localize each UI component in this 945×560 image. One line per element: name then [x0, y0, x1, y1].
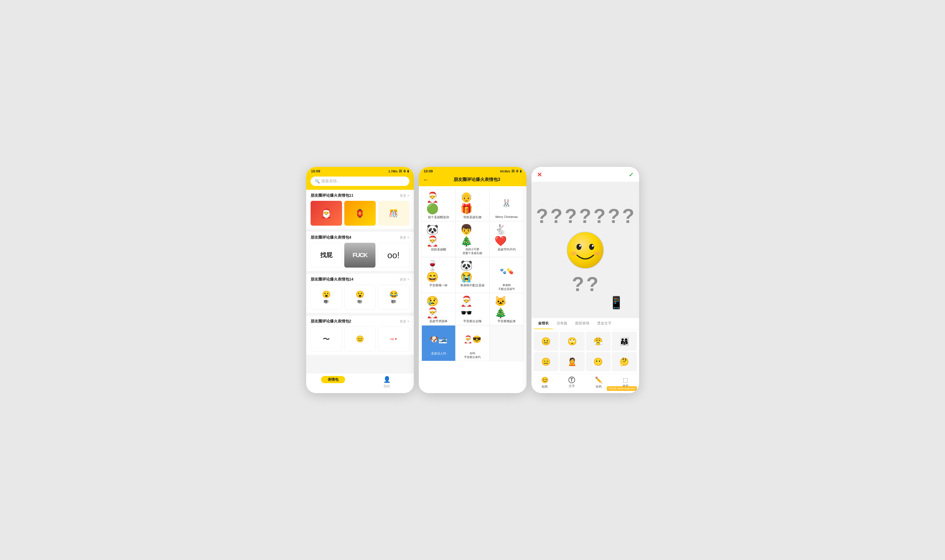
sticker-cell-7[interactable]: 🐼😭 单身狗不配过圣诞	[456, 257, 489, 293]
sticker-thumb-1b[interactable]: 🏮	[344, 201, 376, 226]
sticker-img-0: 🎅🟢	[426, 192, 450, 214]
sticker-thumb-3a[interactable]: 😮噎!	[311, 285, 342, 309]
nav-sticker[interactable]: 表情包	[306, 376, 360, 389]
tab-gold-text[interactable]: 烫金文字	[593, 318, 615, 329]
sticker-cell-2[interactable]: 🐰 Merry Christmas	[489, 189, 523, 221]
small-sticker-5[interactable]: 😑	[533, 352, 559, 371]
sticker-cell-3[interactable]: 🐼🎅 你的圣诞帽	[422, 221, 456, 257]
tab-gold-curator[interactable]: 金馆长	[534, 318, 553, 329]
nav-mine-icon: 👤	[383, 376, 391, 383]
confirm-button[interactable]: ✓	[629, 171, 634, 178]
small-sticker-4[interactable]: 👨‍👩‍👧	[612, 332, 637, 351]
sticker-caption-4: 你的小可爱想要个圣诞礼物	[463, 248, 482, 255]
watermark: TC社区 www.tcsqw.com	[607, 386, 637, 391]
wifi-2-icon: 令	[516, 169, 519, 173]
sticker-cell-5[interactable]: 🐇❤️ 圣诞节约不约	[489, 221, 523, 257]
sticker-thumb-3b[interactable]: 😮哇!	[344, 285, 376, 309]
section-3-header: 朋友圈评论爆火表情包14 更多 >	[311, 277, 409, 282]
sticker-grid: 🎅🟢 祝个圣诞帽送你 👴🎁 等拆圣诞礼物 🐰 Merry Christmas 🐼…	[422, 189, 524, 361]
sticker-thumb-3c[interactable]: 😂耶!	[378, 285, 409, 309]
back-button[interactable]: ←	[423, 177, 429, 183]
tab-no-face[interactable]: 没有脸	[553, 318, 571, 329]
crop-icon: ⬚	[623, 377, 628, 383]
sticker-caption-9: 圣诞节求脱单	[429, 319, 447, 323]
sticker-cell-empty	[489, 325, 523, 361]
sticker-caption-1: 等拆圣诞礼物	[463, 215, 481, 219]
sticker-cell-6[interactable]: 🍷😄 平安夜喝一杯	[422, 257, 456, 293]
section-2-more[interactable]: 更多 >	[400, 235, 409, 240]
sticker-img-11: 🐱🎄	[495, 296, 519, 318]
section-4-title: 朋友圈评论爆火表情包2	[311, 319, 351, 324]
nav-sticker-label: 表情包	[321, 376, 345, 383]
network-2-icon: 回	[512, 169, 515, 173]
small-sticker-2[interactable]: 🙄	[560, 332, 585, 351]
section-2-stickers: 找屁 FUCK oo!	[311, 243, 409, 268]
toolbar-sticker[interactable]: 😊 贴图	[532, 377, 558, 389]
small-sticker-3[interactable]: 😤	[586, 332, 611, 351]
sticker-thumb-4a[interactable]: 〜	[311, 327, 342, 351]
svg-point-1	[577, 244, 581, 250]
toolbar-doodle-label: 涂鸦	[595, 385, 601, 389]
screen3-header: ✕ ✓	[532, 167, 639, 182]
tab-facial[interactable]: 面部表情	[571, 318, 593, 329]
sticker-img-10: 🎅🕶️	[460, 296, 484, 318]
search-bar[interactable]: 🔍 搜索表情...	[311, 177, 409, 186]
section-2: 朋友圈评论爆火表情包4 更多 > 找屁 FUCK oo!	[306, 232, 414, 271]
svg-point-3	[579, 245, 581, 247]
sticker-cell-11[interactable]: 🐱🎄 平安夜嗨起来	[489, 293, 523, 325]
small-sticker-7[interactable]: 😶	[586, 352, 611, 371]
sticker-img-13: 🎅😎	[460, 328, 484, 350]
sticker-icon: 😊	[541, 377, 549, 384]
section-3: 朋友圈评论爆火表情包14 更多 > 😮噎! 😮哇! 😂耶!	[306, 274, 414, 313]
sticker-thumb-4c[interactable]: ne ♥	[378, 327, 409, 351]
sticker-img-6: 🍷😄	[426, 260, 450, 282]
section-4-more[interactable]: 更多 >	[400, 319, 409, 324]
toolbar-text[interactable]: T 文字	[558, 377, 585, 389]
section-4: 朋友圈评论爆火表情包2 更多 > 〜 😐 ne ♥	[306, 315, 414, 355]
section-1-more[interactable]: 更多 >	[400, 193, 409, 198]
sticker-thumb-1a[interactable]: 🎅	[311, 201, 342, 226]
sticker-cell-8[interactable]: 🐾💊 单身狗不配过圣诞节	[489, 257, 523, 293]
signal-icon: 1.7M/s	[388, 170, 398, 173]
sticker-caption-3: 你的圣诞帽	[431, 248, 446, 252]
phone-screen2: 10:09 64.0k/s 回 令 ▮ ← 朋友圈评论爆火表情包3 🎅🟢 祝个圣…	[419, 167, 526, 393]
sticker-img-4: 👦🎄	[460, 224, 484, 246]
toolbar-sticker-label: 贴图	[542, 385, 548, 389]
sticker-thumb-2c[interactable]: oo!	[378, 243, 409, 268]
sticker-thumb-2a[interactable]: 找屁	[311, 243, 342, 268]
screen2-header: ← 朋友圈评论爆火表情包3	[419, 174, 526, 186]
section-3-more[interactable]: 更多 >	[400, 277, 409, 282]
emoji-face-svg	[566, 231, 604, 269]
sticker-cell-0[interactable]: 🎅🟢 祝个圣诞帽送你	[422, 189, 456, 221]
sticker-caption-6: 平安夜喝一杯	[429, 283, 447, 288]
small-sticker-8[interactable]: 🤔	[612, 352, 637, 371]
search-placeholder: 搜索表情...	[321, 179, 340, 184]
close-button[interactable]: ✕	[537, 171, 542, 178]
sticker-caption-13: 在吗平安夜出来约	[464, 351, 481, 359]
sticker-cell-10[interactable]: 🎅🕶️ 平安夜出去嗨	[456, 293, 489, 325]
section-3-stickers: 😮噎! 😮哇! 😂耶!	[311, 285, 409, 309]
sticker-thumb-1c[interactable]: 🎊	[378, 201, 409, 226]
svg-point-5	[570, 252, 577, 255]
sticker-cell-1[interactable]: 👴🎁 等拆圣诞礼物	[456, 189, 489, 221]
time-2: 10:09	[424, 169, 433, 173]
small-sticker-1[interactable]: 😐	[533, 332, 559, 351]
sticker-cell-13[interactable]: 🎅😎 在吗平安夜出来约	[456, 325, 489, 361]
screen3-preview: ? ? ? ? ? ? ? ? ?	[532, 182, 639, 318]
nav-mine[interactable]: 👤 我的	[360, 376, 414, 389]
sticker-img-9: 😢🎅	[426, 296, 450, 318]
small-sticker-6[interactable]: 🙎	[560, 352, 585, 371]
sticker-caption-2: Merry Christmas	[495, 215, 518, 218]
signal-2-icon: 64.0k/s	[500, 170, 510, 173]
sticker-cell-4[interactable]: 👦🎄 你的小可爱想要个圣诞礼物	[456, 221, 489, 257]
sticker-cell-9[interactable]: 😢🎅 圣诞节求脱单	[422, 293, 456, 325]
sticker-thumb-4b[interactable]: 😐	[344, 327, 376, 351]
sticker-thumb-2b[interactable]: FUCK	[344, 243, 375, 268]
sticker-cell-12[interactable]: 🐶🎿 圣诞没人约	[422, 325, 456, 361]
section-4-stickers: 〜 😐 ne ♥	[311, 327, 409, 351]
sticker-img-1: 👴🎁	[460, 192, 484, 214]
svg-point-0	[567, 232, 603, 268]
time-1: 10:09	[311, 169, 320, 173]
sticker-img-8: 🐾💊	[495, 260, 519, 282]
sticker-caption-10: 平安夜出去嗨	[463, 319, 481, 323]
